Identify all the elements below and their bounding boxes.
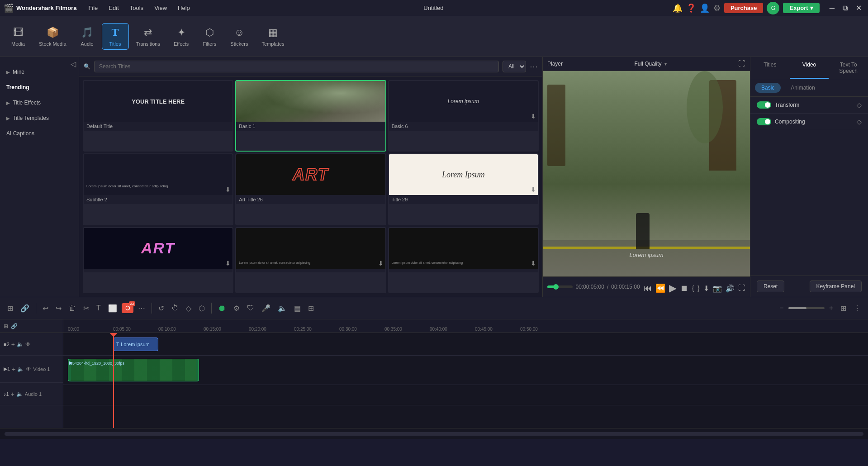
fullscreen-video-button[interactable]: ⛶ [738, 284, 745, 292]
speaker-button[interactable]: 🔈 [275, 302, 289, 314]
more-timeline-button[interactable]: ⋯ [135, 302, 148, 314]
profile-icon[interactable]: 👤 [700, 3, 710, 13]
toolbar-effects[interactable]: ✦ Effects [167, 24, 195, 49]
video-clip[interactable]: 854204-hd_1920_1080_30fps ▶ [68, 359, 199, 381]
search-input[interactable] [94, 61, 499, 72]
settings-icon[interactable]: ⚙ [713, 3, 721, 13]
zoom-out-button[interactable]: − [777, 302, 786, 314]
link-button[interactable]: 🔗 [18, 302, 32, 314]
timeline-scrollbar[interactable] [5, 432, 863, 436]
sidebar-item-title-effects[interactable]: ▶ Title Effects [0, 95, 79, 110]
compositing-toggle[interactable] [757, 118, 771, 125]
layout-button[interactable]: ▤ [291, 302, 304, 314]
sidebar-item-ai-captions[interactable]: AI Captions [0, 126, 79, 141]
toolbar-media[interactable]: 🎞 Media [5, 24, 32, 49]
toolbar-audio[interactable]: 🎵 Audio [74, 24, 101, 49]
export-button[interactable]: Export ▾ [783, 3, 819, 13]
title-card-subtitle2[interactable]: Lorem ipsum dolor sit amet, consectetur … [83, 153, 233, 225]
notification-icon[interactable]: 🔔 [673, 3, 683, 13]
play-button[interactable]: ▶ [669, 282, 677, 294]
mic-button[interactable]: 🎤 [259, 302, 273, 314]
menu-edit[interactable]: Edit [104, 3, 123, 13]
toolbar-filters[interactable]: ⬡ Filters [196, 24, 223, 49]
rotate-button[interactable]: ↺ [156, 302, 167, 314]
track-video1-add-icon[interactable]: + [12, 366, 15, 373]
fullscreen-icon[interactable]: ⛶ [738, 60, 745, 68]
record-button[interactable]: ⏺ [215, 302, 229, 315]
skip-back-button[interactable]: ⏮ [644, 284, 652, 293]
track-audio1-add-icon[interactable]: + [11, 390, 14, 398]
zoom-in-button[interactable]: + [826, 302, 836, 314]
transform-keyframe-icon[interactable]: ◇ [857, 101, 862, 109]
toolbar-templates[interactable]: ▦ Templates [255, 24, 290, 49]
track-audio1-audio-icon[interactable]: 🔈 [16, 391, 23, 397]
close-button[interactable]: ✕ [853, 3, 864, 13]
title-clip[interactable]: T Lorem ipsum [113, 338, 158, 351]
link-tracks-button[interactable]: 🔗 [11, 323, 18, 329]
quality-dropdown-icon[interactable]: ▾ [664, 62, 667, 67]
track-video1-eye-icon[interactable]: 👁 [26, 366, 31, 372]
shield-button[interactable]: 🛡 [244, 302, 257, 314]
menu-file[interactable]: File [84, 3, 102, 13]
delete-button[interactable]: 🗑 [66, 302, 79, 314]
zoom-slider[interactable] [788, 307, 825, 309]
tab-video[interactable]: Video [790, 57, 829, 79]
undo-button[interactable]: ↩ [40, 302, 51, 314]
maximize-button[interactable]: ⧉ [840, 3, 850, 13]
toolbar-transitions[interactable]: ⇄ Transitions [130, 24, 166, 49]
track2-eye-icon[interactable]: 👁 [25, 341, 31, 347]
add-to-timeline-button[interactable]: ⬇ [703, 284, 709, 293]
title-card-8[interactable]: Lorem ipsum dolor sit amet, consectetur … [235, 227, 386, 293]
more-options-button[interactable]: ⋯ [530, 62, 538, 71]
crop-button[interactable]: ⬜ [105, 302, 120, 314]
filter-dropdown[interactable]: All [503, 61, 526, 72]
title-card-9[interactable]: Lorem ipsum dolor sit amet, consectetur … [388, 227, 539, 293]
title-card-art-pink[interactable]: ART ⬇ [83, 227, 233, 293]
subtab-basic[interactable]: Basic [755, 83, 781, 93]
progress-handle[interactable] [553, 284, 559, 290]
toolbar-stock-media[interactable]: 📦 Stock Media [33, 24, 73, 49]
minimize-button[interactable]: ─ [827, 3, 837, 13]
settings2-button[interactable]: ⚙ [231, 302, 242, 314]
keyframe-panel-button[interactable]: Keyframe Panel [810, 281, 862, 292]
toolbar-titles[interactable]: T Titles [102, 23, 129, 50]
track2-add-icon[interactable]: + [11, 341, 15, 348]
text-button[interactable]: T [94, 302, 104, 314]
transform-toggle[interactable] [757, 101, 771, 109]
menu-help[interactable]: Help [173, 3, 194, 13]
shape-button[interactable]: ⬡ [196, 302, 208, 314]
title-card-basic1[interactable]: Basic 1 [235, 80, 386, 152]
sidebar-item-mine[interactable]: ▶ Mine [0, 64, 79, 80]
quality-selector[interactable]: Full Quality [634, 61, 661, 67]
step-back-button[interactable]: ⏪ [655, 283, 665, 293]
more-options-timeline[interactable]: ⋮ [851, 302, 863, 314]
purchase-button[interactable]: Purchase [724, 3, 764, 13]
sidebar-item-trending[interactable]: Trending [0, 80, 79, 95]
snap-to-grid-button[interactable]: ⊞ [5, 302, 16, 314]
cut-button[interactable]: ✂ [81, 302, 92, 314]
user-avatar[interactable]: G [767, 2, 779, 14]
toolbar-stickers[interactable]: ☺ Stickers [224, 24, 254, 49]
volume-button[interactable]: 🔊 [726, 284, 735, 293]
reset-button[interactable]: Reset [757, 281, 784, 292]
tab-text-to-speech[interactable]: Text To Speech [829, 57, 868, 79]
title-card-title29[interactable]: Lorem Ipsum ⬇ Title 29 [388, 153, 539, 225]
collapse-panel-button[interactable]: ◁ [71, 60, 76, 68]
layout-toggle-button[interactable]: ⊞ [838, 302, 849, 314]
playhead[interactable] [113, 333, 114, 428]
menu-tools[interactable]: Tools [125, 3, 148, 13]
tab-titles[interactable]: Titles [750, 57, 790, 79]
timer-button[interactable]: ⏱ [169, 302, 181, 314]
redo-button[interactable]: ↪ [53, 302, 64, 314]
title-card-basic6[interactable]: Lorem ipsum ⬇ Basic 6 [388, 80, 539, 152]
subtab-animation[interactable]: Animation [784, 83, 821, 93]
diamond-button[interactable]: ◇ [183, 302, 194, 314]
sidebar-item-title-templates[interactable]: ▶ Title Templates [0, 110, 79, 126]
help-icon[interactable]: ❓ [686, 3, 696, 13]
compositing-keyframe-icon[interactable]: ◇ [857, 118, 862, 125]
track-video1-audio-icon[interactable]: 🔈 [17, 366, 24, 372]
title-card-default[interactable]: YOUR TITLE HERE Default Title [83, 80, 233, 152]
progress-bar[interactable] [547, 285, 573, 288]
grid-button[interactable]: ⊞ [305, 302, 317, 314]
title-card-art26[interactable]: ART Art Title 26 [235, 153, 386, 225]
